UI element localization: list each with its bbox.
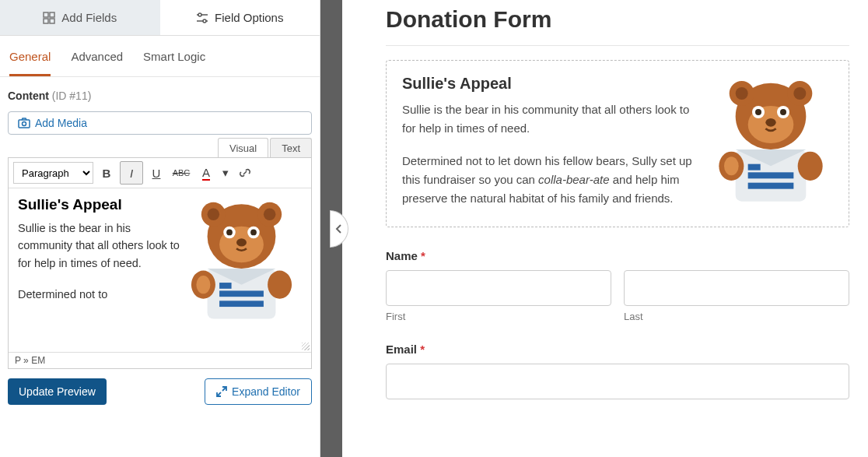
panel-divider bbox=[320, 0, 342, 457]
grid-icon bbox=[43, 12, 55, 24]
rich-editor: Paragraph B I U ABC A ▾ Sullie's Appeal … bbox=[8, 157, 312, 369]
svg-rect-41 bbox=[748, 183, 794, 189]
chevron-left-icon bbox=[335, 223, 343, 234]
svg-rect-24 bbox=[219, 283, 231, 289]
bold-button[interactable]: B bbox=[95, 161, 118, 185]
bear-image bbox=[181, 196, 302, 330]
content-label: Content (ID #11) bbox=[8, 90, 312, 102]
svg-point-14 bbox=[264, 208, 275, 220]
italic-button[interactable]: I bbox=[120, 161, 143, 185]
svg-point-6 bbox=[198, 13, 201, 16]
form-preview: Donation Form Sullie's Appeal Sullie is … bbox=[342, 0, 868, 457]
bear-image bbox=[709, 75, 833, 213]
name-field: Name * First Last bbox=[386, 249, 849, 322]
email-label: Email * bbox=[386, 343, 849, 356]
email-input[interactable] bbox=[386, 364, 849, 399]
tab-label: Field Options bbox=[215, 11, 283, 24]
svg-point-36 bbox=[755, 109, 761, 115]
svg-point-13 bbox=[208, 208, 219, 220]
svg-point-26 bbox=[196, 276, 210, 294]
svg-point-38 bbox=[765, 118, 775, 127]
sub-tab-general[interactable]: General bbox=[9, 50, 51, 76]
link-icon bbox=[239, 167, 251, 179]
last-sub-label: Last bbox=[624, 311, 849, 322]
sidebar-panel: Add Fields Field Options General Advance… bbox=[0, 0, 320, 457]
editor-mode-tabs: Visual Text bbox=[8, 138, 312, 158]
svg-point-9 bbox=[23, 122, 26, 126]
name-label: Name * bbox=[386, 249, 849, 262]
panel-sub-tabs: General Advanced Smart Logic bbox=[0, 36, 320, 77]
appeal-title: Sullie's Appeal bbox=[402, 75, 693, 93]
strikethrough-button[interactable]: ABC bbox=[170, 161, 193, 185]
svg-point-18 bbox=[226, 230, 233, 236]
update-preview-button[interactable]: Update Preview bbox=[8, 378, 107, 405]
content-area: Content (ID #11) Add Media Visual Text P… bbox=[0, 77, 320, 457]
tab-label: Add Fields bbox=[61, 11, 117, 24]
svg-rect-3 bbox=[50, 19, 54, 23]
link-button[interactable] bbox=[233, 161, 257, 185]
svg-point-20 bbox=[236, 238, 247, 246]
last-name-input[interactable] bbox=[624, 270, 849, 306]
svg-point-37 bbox=[780, 109, 786, 115]
svg-point-32 bbox=[793, 87, 806, 100]
svg-rect-1 bbox=[50, 12, 54, 17]
svg-rect-42 bbox=[748, 164, 761, 170]
svg-point-31 bbox=[736, 87, 748, 100]
editor-actions: Update Preview Expand Editor bbox=[8, 378, 312, 405]
panel-top-tabs: Add Fields Field Options bbox=[0, 0, 320, 36]
text-color-button[interactable]: A bbox=[194, 161, 218, 185]
svg-rect-8 bbox=[19, 120, 30, 128]
content-block[interactable]: Sullie's Appeal Sullie is the bear in hi… bbox=[386, 60, 849, 227]
svg-rect-0 bbox=[44, 12, 48, 17]
tab-field-options[interactable]: Field Options bbox=[160, 0, 320, 35]
editor-tab-visual[interactable]: Visual bbox=[218, 138, 268, 158]
editor-content[interactable]: Sullie's Appeal Sullie is the bear in hi… bbox=[9, 188, 311, 352]
svg-rect-23 bbox=[219, 301, 264, 307]
camera-icon bbox=[18, 118, 30, 128]
svg-point-45 bbox=[798, 152, 823, 181]
svg-point-27 bbox=[268, 271, 292, 299]
underline-button[interactable]: U bbox=[145, 161, 168, 185]
email-field: Email * bbox=[386, 343, 849, 399]
color-dropdown-button[interactable]: ▾ bbox=[219, 161, 232, 185]
sliders-icon bbox=[196, 12, 208, 24]
svg-point-44 bbox=[724, 156, 739, 175]
svg-rect-22 bbox=[219, 290, 264, 297]
add-media-button[interactable]: Add Media bbox=[8, 111, 312, 135]
svg-point-7 bbox=[203, 19, 206, 23]
appeal-paragraph: Sullie is the bear in his community that… bbox=[402, 100, 693, 138]
editor-tab-text[interactable]: Text bbox=[270, 138, 312, 158]
editor-status-path: P » EM bbox=[9, 352, 311, 368]
first-name-input[interactable] bbox=[386, 270, 611, 306]
sub-tab-advanced[interactable]: Advanced bbox=[71, 50, 123, 76]
paragraph-select[interactable]: Paragraph bbox=[13, 162, 93, 184]
tab-add-fields[interactable]: Add Fields bbox=[0, 0, 160, 35]
sub-tab-smart-logic[interactable]: Smart Logic bbox=[143, 50, 205, 76]
expand-editor-button[interactable]: Expand Editor bbox=[205, 378, 312, 405]
editor-toolbar: Paragraph B I U ABC A ▾ bbox=[9, 158, 311, 188]
svg-rect-2 bbox=[44, 19, 48, 23]
form-title: Donation Form bbox=[386, 6, 849, 46]
svg-rect-40 bbox=[748, 172, 794, 178]
appeal-paragraph: Determined not to let down his fellow be… bbox=[402, 152, 693, 208]
first-sub-label: First bbox=[386, 311, 611, 322]
svg-point-19 bbox=[250, 230, 257, 236]
expand-icon bbox=[216, 386, 227, 397]
